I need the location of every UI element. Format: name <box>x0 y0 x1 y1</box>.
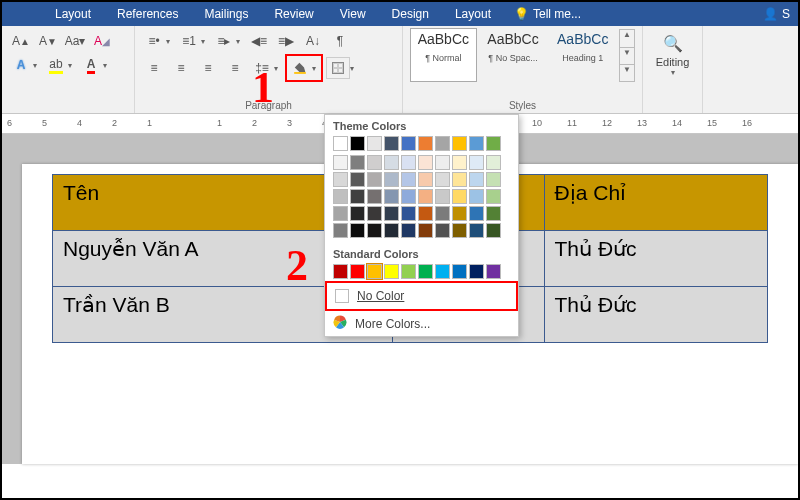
color-swatch[interactable] <box>350 206 365 221</box>
color-swatch[interactable] <box>469 189 484 204</box>
color-swatch[interactable] <box>384 264 399 279</box>
color-swatch[interactable] <box>350 264 365 279</box>
borders-icon[interactable] <box>326 57 350 79</box>
color-swatch[interactable] <box>469 172 484 187</box>
dropdown-icon[interactable]: ▾ <box>103 61 111 70</box>
color-swatch[interactable] <box>469 223 484 238</box>
scroll-up-icon[interactable]: ▲ <box>620 30 634 47</box>
color-swatch[interactable] <box>384 223 399 238</box>
color-swatch[interactable] <box>418 136 433 151</box>
justify-icon[interactable]: ≡ <box>223 57 247 79</box>
change-case-icon[interactable]: Aa▾ <box>63 30 87 52</box>
color-swatch[interactable] <box>418 172 433 187</box>
color-swatch[interactable] <box>401 136 416 151</box>
color-swatch[interactable] <box>418 155 433 170</box>
color-swatch[interactable] <box>384 136 399 151</box>
dropdown-icon[interactable]: ▾ <box>671 68 675 77</box>
shading-dropdown-icon[interactable]: ▾ <box>312 64 320 73</box>
style-heading-1[interactable]: AaBbCcHeading 1 <box>549 28 616 82</box>
color-swatch[interactable] <box>367 223 382 238</box>
color-swatch[interactable] <box>486 172 501 187</box>
color-swatch[interactable] <box>452 206 467 221</box>
color-swatch[interactable] <box>452 223 467 238</box>
color-swatch[interactable] <box>435 264 450 279</box>
color-swatch[interactable] <box>452 264 467 279</box>
color-swatch[interactable] <box>367 189 382 204</box>
color-swatch[interactable] <box>350 136 365 151</box>
style-normal[interactable]: AaBbCc¶ Normal <box>410 28 477 82</box>
tab-references[interactable]: References <box>104 2 191 26</box>
dropdown-icon[interactable]: ▾ <box>350 64 358 73</box>
color-swatch[interactable] <box>333 172 348 187</box>
color-swatch[interactable] <box>350 172 365 187</box>
align-left-icon[interactable]: ≡ <box>142 57 166 79</box>
tab-layout2[interactable]: Layout <box>442 2 504 26</box>
color-swatch[interactable] <box>333 206 348 221</box>
color-swatch[interactable] <box>418 264 433 279</box>
color-swatch[interactable] <box>452 136 467 151</box>
more-colors-item[interactable]: More Colors... <box>325 311 518 336</box>
dropdown-icon[interactable]: ▾ <box>166 37 174 46</box>
style-no-spacing[interactable]: AaBbCc¶ No Spac... <box>480 28 547 82</box>
multilevel-icon[interactable]: ≡▸ <box>212 30 236 52</box>
color-swatch[interactable] <box>435 206 450 221</box>
color-swatch[interactable] <box>367 136 382 151</box>
color-swatch[interactable] <box>486 206 501 221</box>
dropdown-icon[interactable]: ▾ <box>33 61 41 70</box>
color-swatch[interactable] <box>367 264 382 279</box>
color-swatch[interactable] <box>452 155 467 170</box>
color-swatch[interactable] <box>435 223 450 238</box>
color-swatch[interactable] <box>333 189 348 204</box>
color-swatch[interactable] <box>401 155 416 170</box>
dropdown-icon[interactable]: ▾ <box>274 64 282 73</box>
color-swatch[interactable] <box>486 155 501 170</box>
color-swatch[interactable] <box>435 189 450 204</box>
tab-mailings[interactable]: Mailings <box>191 2 261 26</box>
editing-label[interactable]: Editing <box>656 56 690 68</box>
td[interactable]: Thủ Đức <box>544 231 767 287</box>
color-swatch[interactable] <box>401 223 416 238</box>
find-icon[interactable]: 🔍 <box>663 34 683 53</box>
color-swatch[interactable] <box>350 223 365 238</box>
color-swatch[interactable] <box>367 206 382 221</box>
numbering-icon[interactable]: ≡1 <box>177 30 201 52</box>
clear-format-icon[interactable]: A◢ <box>90 30 114 52</box>
color-swatch[interactable] <box>384 189 399 204</box>
bullets-icon[interactable]: ≡• <box>142 30 166 52</box>
color-swatch[interactable] <box>452 172 467 187</box>
color-swatch[interactable] <box>486 223 501 238</box>
color-swatch[interactable] <box>435 172 450 187</box>
color-swatch[interactable] <box>333 223 348 238</box>
color-swatch[interactable] <box>469 136 484 151</box>
color-swatch[interactable] <box>418 206 433 221</box>
color-swatch[interactable] <box>350 155 365 170</box>
color-swatch[interactable] <box>367 155 382 170</box>
expand-icon[interactable]: ▼ <box>620 64 634 81</box>
color-swatch[interactable] <box>486 189 501 204</box>
color-swatch[interactable] <box>333 136 348 151</box>
color-swatch[interactable] <box>384 172 399 187</box>
color-swatch[interactable] <box>333 264 348 279</box>
color-swatch[interactable] <box>333 155 348 170</box>
color-swatch[interactable] <box>350 189 365 204</box>
tab-review[interactable]: Review <box>261 2 326 26</box>
dropdown-icon[interactable]: ▾ <box>68 61 76 70</box>
color-swatch[interactable] <box>418 189 433 204</box>
dropdown-icon[interactable]: ▾ <box>236 37 244 46</box>
color-swatch[interactable] <box>401 264 416 279</box>
color-swatch[interactable] <box>418 223 433 238</box>
color-swatch[interactable] <box>401 189 416 204</box>
color-swatch[interactable] <box>435 155 450 170</box>
font-color-icon[interactable]: A <box>79 54 103 76</box>
color-swatch[interactable] <box>367 172 382 187</box>
color-swatch[interactable] <box>384 206 399 221</box>
no-color-item[interactable]: No Color <box>327 285 516 307</box>
share-button[interactable]: 👤S <box>755 7 798 21</box>
indent-dec-icon[interactable]: ◀≡ <box>247 30 271 52</box>
text-effects-icon[interactable]: A <box>9 54 33 76</box>
scroll-down-icon[interactable]: ▼ <box>620 47 634 64</box>
show-marks-icon[interactable]: ¶ <box>328 30 352 52</box>
highlight-icon[interactable]: ab <box>44 54 68 76</box>
th-address[interactable]: Địa Chỉ <box>544 175 767 231</box>
align-center-icon[interactable]: ≡ <box>169 57 193 79</box>
